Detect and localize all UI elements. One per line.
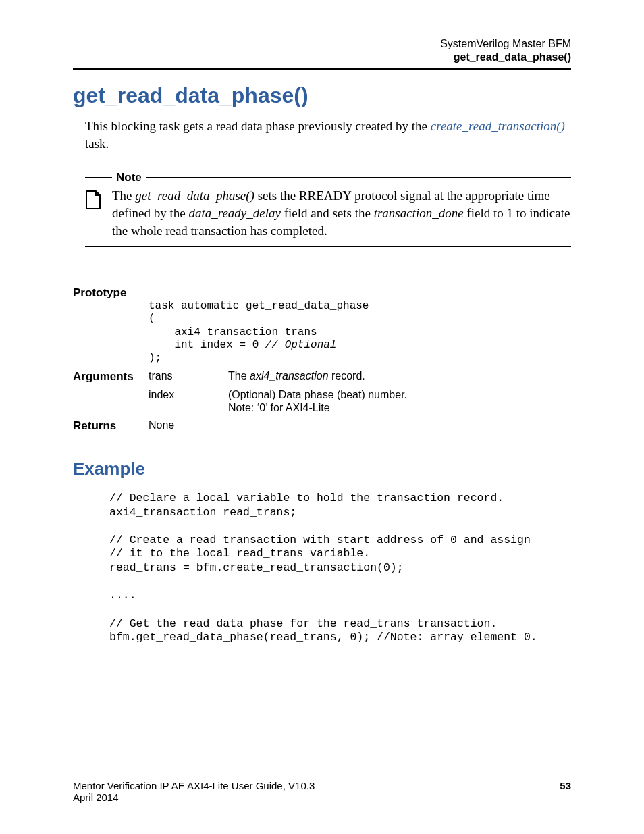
note-rule-left — [85, 177, 112, 178]
intro-paragraph: This blocking task gets a read data phas… — [73, 118, 571, 152]
example-code: // Declare a local variable to hold the … — [73, 492, 571, 645]
returns-label: Returns — [73, 414, 149, 433]
argument-index-desc: (Optional) Data phase (beat) number.Note… — [228, 384, 407, 414]
header-line-2: get_read_data_phase() — [73, 51, 571, 64]
intro-text-post: task. — [85, 136, 109, 151]
page-header: SystemVerilog Master BFM get_read_data_p… — [73, 37, 571, 64]
footer-rule — [73, 777, 571, 777]
header-rule — [73, 68, 571, 70]
create-read-transaction-link[interactable]: create_read_transaction() — [431, 119, 565, 133]
argument-index-name: index — [149, 384, 228, 414]
header-line-1: SystemVerilog Master BFM — [73, 37, 571, 51]
footer-date: April 2014 — [73, 791, 571, 803]
footer-guide: Mentor Verification IP AE AXI4-Lite User… — [73, 780, 315, 791]
page-title: get_read_data_phase() — [73, 83, 571, 108]
note-top-rule: Note — [85, 171, 571, 184]
definition-table: Prototype task automatic get_read_data_p… — [73, 286, 571, 433]
argument-trans-desc: The axi4_transaction record. — [228, 365, 407, 384]
note-label: Note — [112, 171, 146, 184]
example-heading: Example — [73, 459, 571, 479]
prototype-label: Prototype — [73, 286, 149, 300]
arguments-label: Arguments — [73, 365, 149, 384]
footer-page-number: 53 — [560, 780, 571, 791]
page-footer: Mentor Verification IP AE AXI4-Lite User… — [73, 777, 571, 803]
note-text: The get_read_data_phase() sets the RREAD… — [112, 187, 571, 239]
note-bottom-rule — [85, 246, 571, 247]
intro-text-pre: This blocking task gets a read data phas… — [85, 119, 431, 133]
returns-value: None — [149, 414, 407, 433]
note-rule-right — [146, 177, 571, 178]
prototype-code: task automatic get_read_data_phase ( axi… — [149, 300, 407, 365]
page: SystemVerilog Master BFM get_read_data_p… — [0, 0, 644, 834]
note-block: Note The get_read_data_phase() sets the … — [73, 171, 571, 247]
argument-trans-name: trans — [149, 365, 228, 384]
note-document-icon — [85, 187, 112, 239]
